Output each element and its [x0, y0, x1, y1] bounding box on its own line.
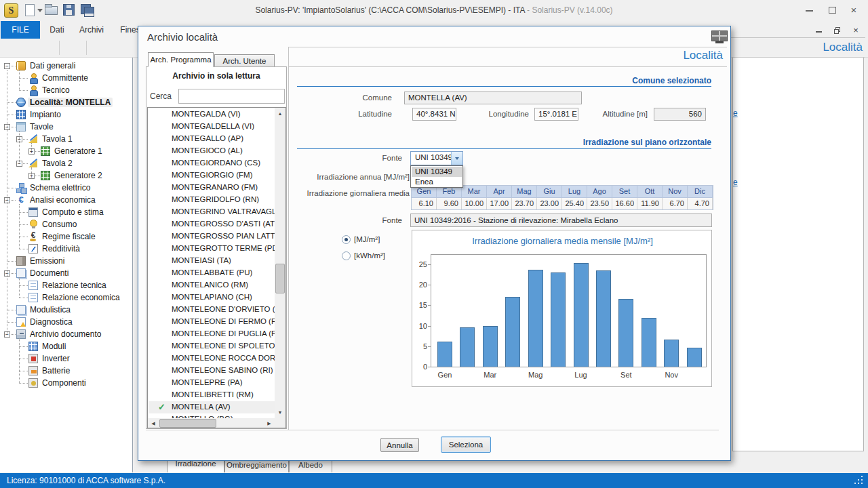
- tree-item-localit-montella[interactable]: Località: MONTELLA: [0, 96, 133, 108]
- menu-dati[interactable]: Dati: [42, 21, 72, 39]
- list-item[interactable]: MONTEGALLO (AP): [149, 133, 275, 145]
- search-input[interactable]: [178, 89, 285, 104]
- minimize-button[interactable]: [800, 4, 818, 16]
- clipped-link[interactable]: e: [733, 108, 738, 118]
- list-item[interactable]: MONTEGIOCO (AL): [149, 145, 275, 157]
- chart-plot-area: [431, 254, 707, 367]
- monitor-icon[interactable]: [711, 30, 728, 41]
- list-item[interactable]: MONTEGROSSO D'ASTI (AT): [149, 218, 275, 230]
- tree-item-dati-generali[interactable]: −Dati generali: [0, 60, 133, 72]
- horizontal-scroll-thumb[interactable]: [159, 419, 216, 428]
- list-item[interactable]: MONTELEONE DI PUGLIA (FG): [149, 328, 275, 340]
- child-minimize-button[interactable]: [812, 26, 826, 35]
- tree-item-impianto[interactable]: Impianto: [0, 108, 133, 121]
- list-item[interactable]: MONTEGROTTO TERME (PD): [149, 243, 275, 255]
- menu-file[interactable]: FILE: [1, 21, 40, 39]
- tree-item-modulistica[interactable]: Modulistica: [0, 304, 133, 316]
- radio-kwh[interactable]: [342, 251, 351, 260]
- list-item[interactable]: MONTEGRANARO (FM): [149, 182, 275, 194]
- menu-archivi[interactable]: Archivi: [73, 21, 110, 39]
- tree-item-componenti[interactable]: Componenti: [0, 377, 133, 389]
- bar-gen: [437, 342, 452, 367]
- tree-item-generatore-2[interactable]: +Generatore 2: [0, 169, 133, 182]
- tree-item-tavola-2[interactable]: −Tavola 2: [0, 157, 133, 169]
- tree-item-tavola-1[interactable]: −Tavola 1: [0, 133, 133, 145]
- tree-item-moduli[interactable]: Moduli: [0, 340, 133, 352]
- tree-item-relazione-tecnica[interactable]: Relazione tecnica: [0, 279, 133, 291]
- list-item[interactable]: MONTELANICO (RM): [149, 279, 275, 291]
- seleziona-button[interactable]: Seleziona: [441, 436, 491, 453]
- tree-item-redditivit[interactable]: Redditività: [0, 243, 133, 255]
- close-button[interactable]: ×: [845, 4, 863, 16]
- scroll-left-button[interactable]: ◀: [149, 418, 158, 428]
- tree-item-inverter[interactable]: Inverter: [0, 352, 133, 365]
- tree-item-tecnico[interactable]: Tecnico: [0, 84, 133, 96]
- search-label: Cerca: [150, 92, 172, 101]
- tree-item-generatore-1[interactable]: +Generatore 1: [0, 145, 133, 157]
- list-item[interactable]: MONTELEONE DI FERMO (FM): [149, 316, 275, 328]
- scroll-right-button[interactable]: ▶: [264, 418, 274, 428]
- list-item[interactable]: MONTEIASI (TA): [149, 255, 275, 267]
- list-item[interactable]: MONTELEONE D'ORVIETO (TR): [149, 304, 275, 316]
- tree-item-computo-e-stima[interactable]: Computo e stima: [0, 206, 133, 218]
- list-item[interactable]: MONTELAPIANO (CH): [149, 291, 275, 304]
- vertical-scroll-thumb[interactable]: [275, 264, 285, 293]
- child-close-button[interactable]: ×: [849, 26, 863, 35]
- bar-feb: [460, 327, 475, 367]
- fonte-combobox[interactable]: UNI 10349: [410, 151, 463, 165]
- list-item[interactable]: MONTELEPRE (PA): [149, 377, 275, 389]
- scroll-down-button[interactable]: ▼: [275, 407, 285, 418]
- tree-item-committente[interactable]: Committente: [0, 72, 133, 84]
- comune-field: MONTELLA (AV): [404, 92, 582, 104]
- tree-item-archivio-documento[interactable]: −Archivio documento: [0, 328, 133, 340]
- month-value-cell: 10.00: [462, 198, 487, 209]
- list-item-label: MONTELABBATE (PU): [172, 268, 252, 277]
- clipped-link[interactable]: e: [733, 178, 738, 187]
- list-item[interactable]: MONTEGRIDOLFO (RN): [149, 194, 275, 206]
- bar-set: [618, 299, 633, 367]
- tree-item-relazione-economica[interactable]: Relazione economica: [0, 291, 133, 304]
- license-text: Licenza: 90101000 di ACCA software S.p.A…: [7, 476, 165, 485]
- list-item[interactable]: MONTELABBATE (PU): [149, 267, 275, 279]
- list-item[interactable]: MONTEGIORGIO (FM): [149, 169, 275, 182]
- list-item[interactable]: MONTELEONE SABINO (RI): [149, 365, 275, 377]
- annulla-button[interactable]: Annulla: [380, 438, 419, 452]
- scroll-up-button[interactable]: ▲: [275, 108, 285, 119]
- list-item-label: MONTEGIORDANO (CS): [172, 159, 260, 167]
- combo-dropdown-icon[interactable]: [451, 152, 462, 165]
- dropdown-option[interactable]: UNI 10349: [412, 167, 462, 177]
- tab-arch-utente[interactable]: Arch. Utente: [214, 54, 275, 67]
- list-item[interactable]: MONTELEONE DI SPOLETO (PG: [149, 340, 275, 352]
- tree-item-analisi-economica[interactable]: −Analisi economica: [0, 194, 133, 206]
- tree-item-batterie[interactable]: Batterie: [0, 365, 133, 377]
- tab-arch-programma[interactable]: Arch. Programma: [148, 52, 214, 67]
- list-item[interactable]: MONTELEONE ROCCA DORIA (: [149, 352, 275, 365]
- tree-item-schema-elettrico[interactable]: Schema elettrico: [0, 182, 133, 194]
- list-item[interactable]: ✓MONTELLA (AV): [149, 401, 275, 413]
- tree-item-diagnostica[interactable]: Diagnostica: [0, 316, 133, 328]
- fonte-dropdown-list[interactable]: UNI 10349Enea: [410, 165, 463, 188]
- list-item[interactable]: MONTEGROSSO PIAN LATTE (I: [149, 230, 275, 243]
- maximize-button[interactable]: [823, 4, 841, 16]
- scrollbar-corner: [275, 418, 285, 428]
- list-item[interactable]: MONTEGALDA (VI): [149, 108, 275, 121]
- panel-icon: [28, 342, 38, 351]
- locality-list[interactable]: MONTEGALDA (VI)MONTEGALDELLA (VI)MONTEGA…: [147, 107, 286, 428]
- dropdown-option[interactable]: Enea: [412, 177, 462, 187]
- list-item-label: MONTELEONE DI PUGLIA (FG): [172, 329, 285, 338]
- child-restore-button[interactable]: [831, 26, 845, 35]
- tree-item-regime-fiscale[interactable]: Regime fiscale: [0, 230, 133, 243]
- list-item-label: MONTELANICO (RM): [172, 281, 248, 289]
- tree-item-tavole[interactable]: −Tavole: [0, 121, 133, 133]
- list-item[interactable]: MONTEGIORDANO (CS): [149, 157, 275, 169]
- tree-item-consumo[interactable]: Consumo: [0, 218, 133, 230]
- tree-item-emissioni[interactable]: Emissioni: [0, 255, 133, 267]
- tree-item-documenti[interactable]: −Documenti: [0, 267, 133, 279]
- collapse-icon[interactable]: −: [4, 63, 10, 69]
- vertical-scrollbar[interactable]: [275, 108, 285, 418]
- radio-mj[interactable]: [342, 235, 351, 244]
- list-item-label: MONTELEONE D'ORVIETO (TR): [172, 305, 286, 313]
- list-item[interactable]: MONTEGRINO VALTRAVAGLIA: [149, 206, 275, 218]
- list-item[interactable]: MONTELIBRETTI (RM): [149, 389, 275, 401]
- list-item[interactable]: MONTEGALDELLA (VI): [149, 121, 275, 133]
